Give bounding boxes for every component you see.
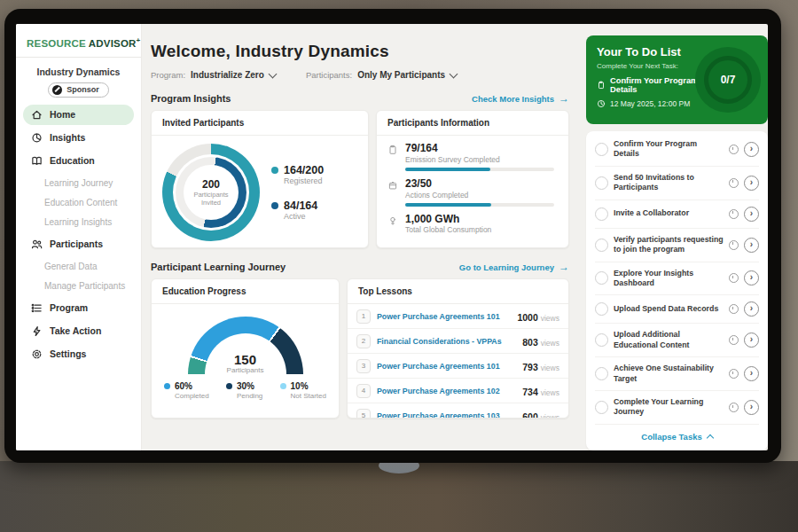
sidebar-item-learning-journey[interactable]: Learning Journey: [23, 174, 134, 192]
participants-information-card: Participants Information 79/164 Emission…: [376, 110, 569, 248]
donut-center-value: 200: [202, 178, 220, 191]
clock-icon: [729, 335, 739, 345]
home-icon: [31, 109, 43, 121]
rank-badge: 3: [356, 359, 371, 373]
check-more-insights-link[interactable]: Check More Insights: [472, 92, 569, 105]
views-count: 803: [522, 337, 538, 348]
chevron-right-button[interactable]: [744, 301, 759, 317]
clock-icon: [597, 99, 606, 108]
chevron-right-button[interactable]: [744, 238, 759, 253]
chevron-right-button[interactable]: [744, 142, 759, 157]
legend-label: Registered: [284, 176, 324, 185]
participants-icon: [31, 239, 43, 250]
legend-label: Completed: [175, 392, 209, 400]
task-label: Complete Your Learning Journey: [614, 397, 724, 418]
task-checkbox[interactable]: [595, 333, 608, 347]
task-checkbox[interactable]: [595, 401, 608, 414]
sidebar-item-label: Education: [50, 155, 95, 166]
clock-icon: [729, 209, 739, 219]
clock-icon: [729, 273, 739, 283]
sidebar-item-home[interactable]: Home: [23, 105, 134, 125]
sidebar-item-label: Settings: [50, 348, 86, 359]
sidebar-nav: Home Insights Education Learning Journey…: [16, 105, 141, 364]
org-name: Industry Dynamics: [16, 66, 141, 77]
legend-item-registered: 164/200 Registered: [271, 164, 324, 185]
chevron-right-button[interactable]: [744, 332, 759, 348]
sponsor-icon: [52, 85, 62, 95]
logo-advisor: ADVISOR: [89, 38, 137, 49]
task-checkbox[interactable]: [595, 271, 608, 285]
sidebar-item-insights[interactable]: Insights: [23, 128, 134, 148]
lesson-link[interactable]: Financial Considerations - VPPAs: [377, 337, 516, 346]
light-blue-dot-icon: [280, 383, 286, 389]
stat-label: Total Global Consumption: [405, 225, 491, 234]
task-checkbox[interactable]: [595, 143, 608, 156]
program-dropdown[interactable]: Program: Industrialize Zero: [151, 70, 276, 80]
stat-value: 79/164: [405, 143, 554, 155]
go-to-learning-journey-link[interactable]: Go to Learning Journey: [459, 261, 569, 273]
views-count: 1000: [517, 312, 537, 323]
lesson-link[interactable]: Power Purchase Agreements 102: [377, 387, 516, 395]
lesson-row: 2 Financial Considerations - VPPAs 803vi…: [348, 329, 568, 354]
task-checkbox[interactable]: [595, 367, 608, 380]
chevron-down-icon: [268, 69, 277, 78]
blue-dot-icon: [164, 383, 170, 389]
top-lessons-card: Top Lessons 1 Power Purchase Agreements …: [347, 278, 569, 419]
sidebar-item-program[interactable]: Program: [23, 298, 134, 318]
sidebar-item-label: Program: [50, 302, 88, 313]
sidebar-item-general-data[interactable]: General Data: [23, 257, 134, 276]
legend-label: Not Started: [291, 392, 326, 400]
rank-badge: 2: [356, 334, 371, 348]
sidebar-item-participants[interactable]: Participants: [23, 234, 134, 254]
stat-emission-survey: 79/164 Emission Survey Completed: [387, 143, 558, 171]
sidebar-item-education-content[interactable]: Education Content: [23, 193, 134, 212]
program-insights-header: Program Insights Check More Insights: [151, 92, 569, 105]
sidebar-item-settings[interactable]: Settings: [23, 344, 134, 364]
todo-tasks-card: Confirm Your Program Details Send 50 Inv…: [586, 131, 768, 450]
chevron-right-button[interactable]: [744, 207, 759, 222]
legend-item-completed: 60% Completed: [164, 381, 209, 400]
lesson-link[interactable]: Power Purchase Agreements 103: [377, 411, 516, 419]
chevron-right-button[interactable]: [744, 366, 759, 381]
sidebar: RESOURCE ADVISOR+ Industry Dynamics Spon…: [16, 24, 142, 450]
education-progress-card: Education Progress 150 Participants 60% …: [151, 278, 340, 419]
legend-value: 164/200: [284, 164, 324, 176]
legend-value: 60%: [175, 381, 209, 392]
lesson-row: 5 Power Purchase Agreements 103 600views: [348, 403, 568, 419]
invited-participants-card: Invited Participants 200 Participants In…: [151, 110, 369, 248]
chevron-right-button[interactable]: [744, 176, 759, 191]
sidebar-item-manage-participants[interactable]: Manage Participants: [23, 277, 134, 295]
sidebar-item-take-action[interactable]: Take Action: [23, 321, 134, 341]
gauge-center-value: 150: [188, 353, 303, 366]
stat-label: Emission Survey Completed: [405, 155, 554, 164]
collapse-tasks-link[interactable]: Collapse Tasks: [595, 425, 759, 449]
lesson-link[interactable]: Power Purchase Agreements 101: [377, 312, 511, 321]
task-row: Send 50 Invitations to Participants: [595, 167, 759, 200]
sidebar-item-learning-insights[interactable]: Learning Insights: [23, 213, 134, 231]
logo-plus: +: [137, 36, 141, 44]
participants-dropdown[interactable]: Participants: Only My Participants: [306, 70, 457, 80]
task-row: Upload Additional Educational Content: [595, 324, 759, 357]
task-checkbox[interactable]: [595, 302, 608, 316]
chevron-right-button[interactable]: [744, 400, 759, 415]
card-title: Invited Participants: [152, 111, 368, 136]
stat-value: 23/50: [405, 178, 554, 191]
views-label: views: [541, 314, 559, 323]
task-row: Verify participants requesting to join t…: [595, 229, 759, 262]
task-checkbox[interactable]: [595, 176, 608, 190]
gauge-center-label: Participants: [188, 366, 303, 374]
task-checkbox[interactable]: [595, 207, 608, 221]
progress-bar: [405, 203, 554, 207]
stat-label: Actions Completed: [405, 191, 554, 200]
lesson-link[interactable]: Power Purchase Agreements 101: [377, 362, 516, 371]
sidebar-item-education[interactable]: Education: [23, 151, 134, 171]
divider: [16, 57, 141, 58]
main-content: Welcome, Industry Dynamics Program: Indu…: [142, 24, 578, 450]
chevron-right-button[interactable]: [744, 270, 759, 286]
sidebar-item-label: Home: [50, 109, 75, 120]
stat-global-consumption: 1,000 GWh Total Global Consumption: [387, 214, 558, 239]
participants-value: Only My Participants: [357, 70, 445, 80]
legend-value: 84/164: [284, 200, 317, 212]
clock-icon: [729, 240, 739, 250]
task-checkbox[interactable]: [595, 239, 608, 252]
